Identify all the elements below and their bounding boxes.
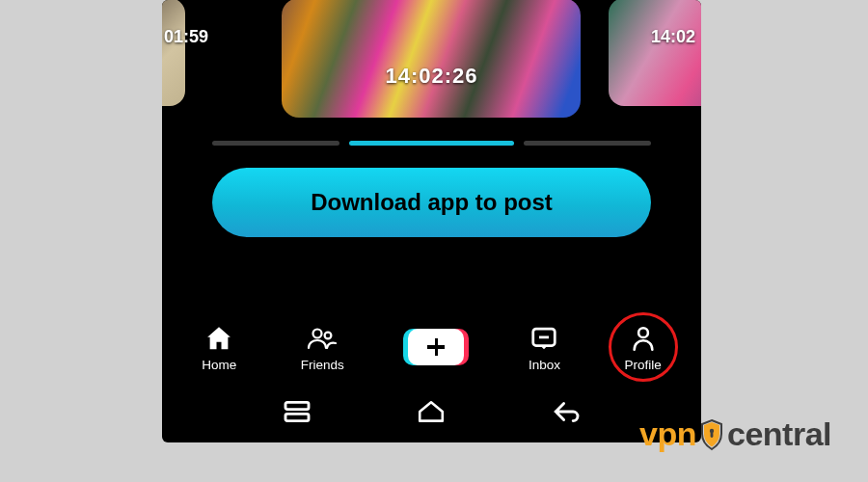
nav-home-icon[interactable]	[417, 399, 446, 428]
story-thumb-next[interactable]	[609, 0, 701, 106]
nav-back-icon[interactable]	[552, 400, 581, 427]
story-progress-bar	[212, 141, 651, 147]
tab-inbox[interactable]: Inbox	[529, 323, 560, 372]
tab-home[interactable]: Home	[202, 323, 236, 372]
bottom-tab-bar: Home Friends Inbox Profile	[162, 309, 701, 385]
recent-apps-icon[interactable]	[283, 400, 312, 427]
app-screenshot: 01:59 14:02:26 14:02 Download app to pos…	[162, 0, 701, 442]
home-icon	[204, 323, 233, 354]
story-time-right: 14:02	[651, 27, 695, 47]
watermark-part2: central	[727, 415, 831, 453]
tab-friends-label: Friends	[301, 358, 344, 372]
tab-profile-label: Profile	[624, 358, 661, 372]
progress-seg-1	[212, 141, 339, 146]
story-time-left: 01:59	[164, 27, 208, 47]
progress-seg-2-active	[349, 141, 514, 146]
watermark-part1: vpn	[639, 415, 696, 453]
profile-icon	[630, 323, 657, 354]
progress-seg-3	[524, 141, 651, 146]
download-app-button[interactable]: Download app to post	[212, 168, 651, 237]
tab-friends[interactable]: Friends	[301, 323, 344, 372]
story-carousel: 01:59 14:02:26 14:02	[162, 0, 701, 120]
svg-point-1	[325, 332, 332, 338]
story-time-center: 14:02:26	[385, 64, 477, 89]
svg-point-4	[638, 328, 648, 337]
svg-rect-6	[285, 414, 309, 420]
watermark-logo: vpn central	[639, 415, 831, 453]
inbox-icon	[529, 323, 558, 354]
shield-icon	[700, 418, 723, 451]
svg-point-0	[313, 329, 322, 337]
tab-inbox-label: Inbox	[529, 358, 560, 372]
system-nav-bar	[162, 394, 701, 433]
friends-icon	[306, 323, 339, 354]
svg-rect-8	[711, 432, 714, 438]
create-button[interactable]	[408, 329, 464, 365]
story-thumb-prev[interactable]	[162, 0, 185, 106]
story-thumb-current[interactable]	[282, 0, 581, 118]
tab-profile[interactable]: Profile	[624, 323, 661, 372]
tab-home-label: Home	[202, 358, 236, 372]
svg-rect-5	[285, 402, 309, 409]
download-app-label: Download app to post	[311, 189, 553, 216]
